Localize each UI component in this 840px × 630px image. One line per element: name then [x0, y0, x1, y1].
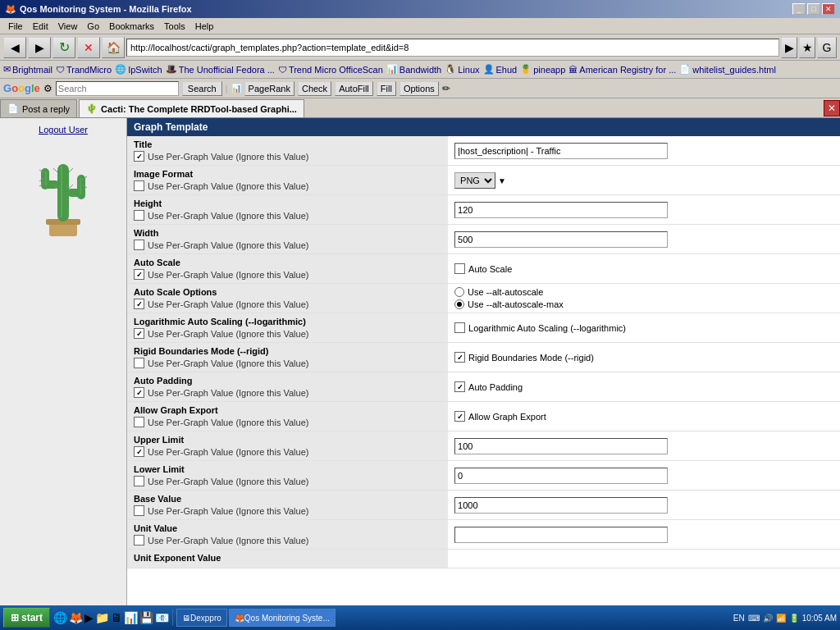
- unit-exponent-label-cell: Unit Exponent Value: [127, 550, 448, 568]
- bookmark-arin[interactable]: 🏛 American Registry for ...: [568, 65, 676, 75]
- google-search-button[interactable]: Search: [182, 81, 222, 96]
- address-bar[interactable]: [126, 39, 779, 57]
- auto-padding-per-graph-row: Use Per-Graph Value (Ignore this Value): [134, 387, 441, 398]
- tab-post-reply[interactable]: 📄 Post a reply: [0, 99, 77, 117]
- maximize-button[interactable]: □: [807, 3, 820, 15]
- close-button[interactable]: ✕: [822, 3, 835, 15]
- image-format-field-label: Image Format: [134, 169, 441, 179]
- bookmark-trendmicro[interactable]: 🛡 Trend Micro OfficeScan: [278, 65, 383, 75]
- menu-file[interactable]: File: [3, 20, 28, 33]
- auto-scale-options-per-graph-checkbox[interactable]: [134, 299, 144, 309]
- upper-limit-per-graph-checkbox[interactable]: [134, 446, 144, 457]
- quick-ff-icon[interactable]: 🦊: [69, 611, 83, 624]
- back-button[interactable]: ◀: [3, 37, 26, 58]
- tab-post-reply-label: Post a reply: [22, 104, 70, 114]
- bookmark-brightmail[interactable]: ✉ Brightmail: [3, 64, 52, 75]
- bookmark-pineapp[interactable]: 🍍 pineapp: [520, 64, 565, 75]
- search-engine-btn[interactable]: G: [817, 37, 837, 58]
- menu-edit[interactable]: Edit: [28, 20, 53, 33]
- auto-scale-per-graph-row: Use Per-Graph Value (Ignore this Value): [134, 269, 441, 280]
- logarithmic-check-row: Logarithmic Auto Scaling (--logarithmic): [454, 322, 833, 333]
- height-input[interactable]: [454, 202, 668, 218]
- quick-media-icon[interactable]: ▶: [84, 611, 94, 624]
- taskbar-qos-button[interactable]: 🦊 Qos Monitoring Syste...: [229, 609, 336, 627]
- menu-tools[interactable]: Tools: [159, 20, 190, 33]
- forward-button[interactable]: ▶: [28, 37, 51, 58]
- lower-limit-input[interactable]: [454, 468, 668, 484]
- auto-padding-per-graph-checkbox[interactable]: [134, 387, 144, 398]
- autofill-button[interactable]: AutoFill: [335, 81, 373, 96]
- home-button[interactable]: 🏠: [102, 37, 125, 58]
- menu-help[interactable]: Help: [190, 20, 219, 33]
- logout-user-link[interactable]: Logout User: [39, 125, 88, 135]
- auto-scale-options-value-cell: Use --alt-autoscale Use --alt-autoscale-…: [448, 284, 840, 313]
- quick-app2-icon[interactable]: 📊: [124, 611, 138, 624]
- rigid-per-graph-checkbox[interactable]: [134, 358, 144, 368]
- upper-limit-value-cell: [448, 431, 840, 461]
- base-value-input[interactable]: [454, 497, 668, 514]
- unit-value-input[interactable]: [454, 527, 668, 543]
- google-search-input[interactable]: [56, 81, 179, 96]
- bookmark-star[interactable]: ★: [799, 37, 815, 58]
- quick-app3-icon[interactable]: 💾: [139, 611, 153, 624]
- volume-icon: 📶: [776, 614, 786, 623]
- radio-alt-autoscale[interactable]: [454, 287, 464, 297]
- menu-bookmarks[interactable]: Bookmarks: [104, 20, 159, 33]
- google-settings-icon[interactable]: ⚙: [43, 83, 52, 94]
- pagerank-button[interactable]: PageRank: [244, 81, 294, 96]
- autofill-fill-button[interactable]: Fill: [377, 81, 396, 96]
- quick-ie-icon[interactable]: 🌐: [53, 611, 67, 624]
- height-per-graph-checkbox[interactable]: [134, 210, 144, 221]
- bookmark-ehud[interactable]: 👤 Ehud: [483, 64, 518, 75]
- quick-folder-icon[interactable]: 📁: [95, 611, 109, 624]
- quick-app1-icon[interactable]: 🖥: [111, 611, 122, 624]
- close-all-tabs-button[interactable]: ✕: [824, 100, 840, 116]
- quick-app4-icon[interactable]: 📧: [155, 611, 169, 624]
- image-format-select[interactable]: PNG GIF SVG: [454, 172, 495, 189]
- table-row: Unit Exponent Value: [127, 550, 840, 568]
- bookmark-trandmicro[interactable]: 🛡 TrandMicro: [56, 65, 112, 75]
- unit-value-per-graph-checkbox[interactable]: [134, 535, 144, 546]
- taskbar-dexppro-button[interactable]: 🖥 Dexppro: [176, 609, 227, 627]
- minimize-button[interactable]: _: [792, 3, 806, 15]
- go-button[interactable]: ▶: [781, 37, 797, 58]
- bookmark-fedora[interactable]: 🎩 The Unofficial Fedora ...: [166, 64, 275, 75]
- auto-scale-label: Auto Scale: [468, 264, 512, 274]
- auto-scale-label-cell: Auto Scale Use Per-Graph Value (Ignore t…: [127, 254, 448, 284]
- auto-scale-checkbox[interactable]: [454, 263, 465, 274]
- refresh-button[interactable]: ↻: [52, 37, 75, 58]
- tab-cacti[interactable]: 🌵 Cacti: The Complete RRDTool-based Grap…: [79, 99, 304, 117]
- radio-alt-autoscale-max[interactable]: [454, 299, 464, 309]
- lower-limit-per-graph-checkbox[interactable]: [134, 476, 144, 486]
- start-button[interactable]: ⊞ start: [3, 608, 50, 628]
- width-input[interactable]: [454, 231, 668, 248]
- bookmark-whitelist[interactable]: 📄 whitelist_guides.html: [679, 64, 776, 75]
- logarithmic-per-graph-checkbox[interactable]: [134, 328, 144, 339]
- taskbar-right: EN ⌨ 🔊 📶 🔋 10:05 AM: [733, 614, 837, 623]
- taskbar-divider: [172, 609, 173, 626]
- bookmark-ipswitch[interactable]: 🌐 IpSwitch: [115, 64, 162, 75]
- allow-graph-export-per-graph-checkbox[interactable]: [134, 417, 144, 427]
- logarithmic-checkbox[interactable]: [454, 322, 465, 333]
- bookmark-linux[interactable]: 🐧 Linux: [445, 64, 479, 75]
- stop-button[interactable]: ✕: [77, 37, 100, 58]
- rigid-checkbox[interactable]: [454, 352, 465, 363]
- width-per-graph-checkbox[interactable]: [134, 240, 144, 250]
- menu-view[interactable]: View: [53, 20, 83, 33]
- base-value-per-graph-checkbox[interactable]: [134, 505, 144, 516]
- auto-scale-options-field-label: Auto Scale Options: [134, 287, 441, 297]
- check-button[interactable]: Check: [298, 81, 331, 96]
- bookmark-bandwidth[interactable]: 📊 Bandwidth: [386, 64, 441, 75]
- auto-padding-checkbox[interactable]: [454, 381, 465, 392]
- upper-limit-input[interactable]: [454, 438, 668, 454]
- allow-graph-export-checkbox[interactable]: [454, 411, 465, 422]
- options-button[interactable]: Options: [399, 81, 439, 96]
- height-field-label: Height: [134, 199, 441, 208]
- auto-scale-per-graph-checkbox[interactable]: [134, 269, 144, 280]
- title-per-graph-checkbox[interactable]: [134, 151, 144, 162]
- auto-padding-per-graph-text: Use Per-Graph Value (Ignore this Value): [148, 388, 308, 398]
- title-input[interactable]: [454, 143, 668, 159]
- image-format-per-graph-checkbox[interactable]: [134, 180, 144, 191]
- menu-go[interactable]: Go: [82, 20, 104, 33]
- tab-cacti-icon: 🌵: [86, 103, 98, 114]
